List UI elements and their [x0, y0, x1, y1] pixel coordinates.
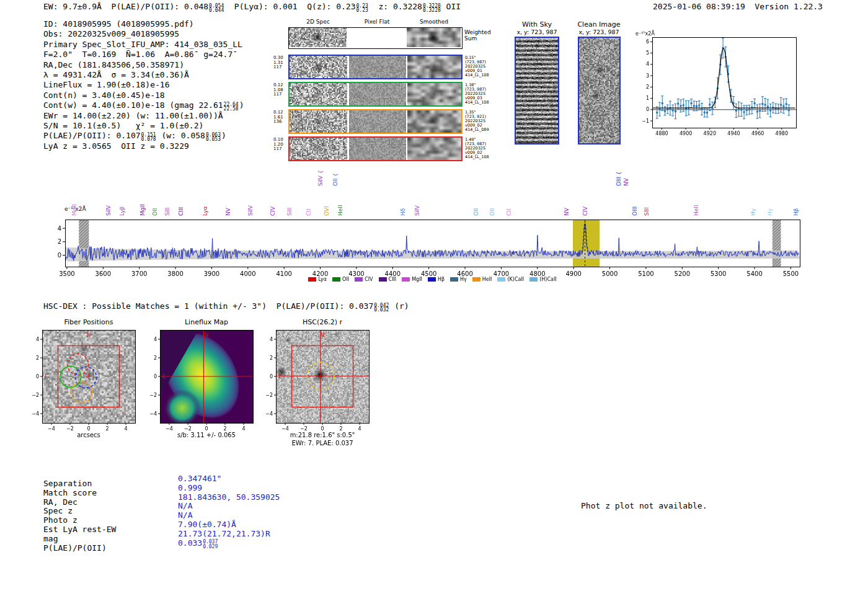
line-fit-plot [634, 30, 801, 143]
info-value: 414_LL_089 [465, 128, 489, 132]
hsc-image-plot [259, 325, 386, 443]
2d-spec-image [290, 83, 347, 105]
legend-item: OII [332, 277, 349, 282]
legend-label: CIII [389, 277, 397, 282]
emission-line-label: OII [152, 208, 158, 216]
match-label: Separation [43, 479, 116, 489]
legend-label: OII [342, 277, 349, 282]
match-value: 0.0330.0370.029 [178, 539, 280, 549]
legend-label: Lyα [318, 277, 327, 282]
text-segment: ID: 4018905995 (4018905995.pdf) [43, 19, 194, 29]
weight-value: 117 [273, 65, 283, 70]
lineflux-map-plot [143, 325, 270, 443]
fiber-weights-label: 0.121.61136 [273, 110, 283, 125]
legend-swatch [497, 277, 505, 282]
cutout-row [288, 109, 463, 134]
info-line: P(LAE)/P(OII): 0.1070.1510.078 (w: 0.058… [43, 131, 244, 141]
emission-line-label: CIV [270, 207, 276, 216]
weight-value: 136 [273, 120, 283, 125]
fiber-positions-plot [25, 325, 152, 443]
legend-item: CIII [379, 277, 397, 282]
legend-swatch [308, 277, 316, 282]
smoothed-image [407, 83, 461, 105]
info-line: LyA z = 3.0565 OII z = 0.3229 [43, 141, 244, 151]
fiber-info-label: 1.35"(723, 921)20220325v009_02414_LL_089 [465, 110, 489, 132]
text-segment: EW: 9.7±0.9Å P(LAE)/P(OII): 0.048 [43, 2, 208, 11]
text-segment: Obs: 20220325v009_4018905995 [43, 29, 179, 38]
spectrum-legend: LyαOIICIVCIIIMgIIHβHγHeII(K)CaII(H)CaII [65, 277, 800, 282]
column-header-pixel-flat: Pixel Flat [349, 19, 405, 25]
hsc-xlabel2: EWr: 7. PLAE: 0.037 [267, 440, 378, 447]
fiber-weights-label: 0.121.08117 [273, 83, 283, 97]
sup-sub-value: 0.0540.044 [209, 4, 224, 13]
2d-spec-image [289, 28, 347, 47]
emission-line-label: OVI [324, 206, 330, 216]
text-segment: RA,Dec (181.843506,50.358971) [43, 60, 184, 69]
text-segment: z: 0.3228 [369, 2, 422, 11]
sub-value: 0.3228 [423, 8, 441, 13]
fiber-info-label: 1.49"(723, 987)20220325v009_02414_LL_108 [465, 138, 489, 159]
header-summary: EW: 9.7±0.9Å P(LAE)/P(OII): 0.0480.0540.… [43, 2, 461, 13]
match-label: Photo z [43, 516, 116, 525]
emission-line-label: MgII [71, 204, 78, 216]
match-value: 7.90(±0.74)Å [178, 520, 280, 530]
column-header-2d-spec: 2D Spec [290, 19, 346, 25]
with-sky-coords: x, y: 723, 987 [506, 29, 568, 35]
emission-line-label: Lyβ [119, 207, 125, 216]
with-sky-image-frame [515, 37, 559, 144]
2d-spec-image [290, 56, 347, 78]
legend-label: (K)CaII [507, 277, 524, 282]
info-line: S/N = 10.1(±0.5) χ² = 1.0(±0.2) [43, 121, 244, 131]
match-label: Match score [43, 489, 116, 498]
legend-item: Hγ [450, 277, 467, 282]
legend-swatch [379, 277, 387, 282]
clean-image-coords: x, y: 723, 987 [568, 29, 630, 35]
match-value: 0.347461" [178, 474, 280, 484]
info-line: Obs: 20220325v009_4018905995 [43, 29, 244, 39]
sup-sub-value: 0.230.23 [356, 4, 368, 13]
legend-swatch [355, 277, 363, 282]
emission-line-label: CIV [582, 207, 588, 216]
sub-value: 0.044 [209, 8, 224, 13]
text-segment: LyA z = 3.0565 OII z = 0.3229 [43, 141, 189, 151]
sub-value: 22.58 [224, 107, 239, 112]
text-segment: Cont(n) = 3.40(±0.45)e-18 [43, 91, 165, 100]
text-segment: Primary Spec_Slot_IFU_AMP: 414_038_035_L… [43, 40, 242, 49]
pixel-flat-image [349, 56, 406, 78]
emission-line-label: CII [306, 208, 312, 216]
fiber-info-label: 0.15"(723, 987)20220325v009_01414_LL_108 [465, 56, 489, 78]
cutout-row [288, 55, 463, 79]
cutout-row [288, 27, 463, 49]
legend-item: HeII [472, 277, 492, 282]
text-segment: 0.999 [178, 483, 202, 492]
info-line: EWr = 14.00(±2.20) (w: 11.00(±1.00))Å [43, 111, 244, 121]
sub-value: 0.23 [356, 8, 368, 13]
legend-item: MgII [402, 277, 422, 282]
text-segment: LineFlux = 1.90(±0.18)e-16 [43, 80, 170, 89]
emission-line-label: OII [473, 208, 479, 216]
text-segment: F=2.0" T=0.169 N̄=1.06 A=0.86̄ g=24.7̄ [43, 50, 232, 59]
match-value: N/A [178, 511, 280, 520]
match-label: Est LyA rest-EW [43, 525, 116, 535]
emission-line-label: Hβ [793, 208, 799, 216]
emission-line-label: SiIV [414, 205, 420, 216]
smoothed-image [407, 56, 461, 78]
sup-sub-value: 0.0420.032 [374, 303, 389, 313]
full-spectrum-plot [53, 211, 812, 284]
emission-line-label: HeII [337, 205, 343, 216]
report-datetime-version: 2025-01-06 08:39:19 Version 1.22.3 [653, 2, 823, 12]
emission-line-label: Hγ [750, 208, 756, 216]
emission-line-label: Hγ [767, 208, 773, 216]
pixel-flat-image [349, 110, 406, 133]
text-segment: P(LAE)/P(OII): 0.107 [43, 131, 141, 140]
match-label: mag [43, 535, 116, 544]
with-sky-image [516, 38, 558, 143]
info-value: Weighted [464, 29, 491, 35]
text-segment: 7.90(±0.74)Å [178, 520, 236, 529]
sub-value: 0.053 [206, 137, 221, 142]
text-segment: S/N = 10.1(±0.5) χ² = 1.0(±0.2) [43, 121, 203, 130]
clean-image-frame [578, 37, 621, 144]
hsc-dex-summary: HSC-DEX : Possible Matches = 1 (within +… [43, 301, 409, 313]
emission-line-label: OII { [332, 173, 339, 186]
emission-line-label: OII [489, 208, 495, 216]
